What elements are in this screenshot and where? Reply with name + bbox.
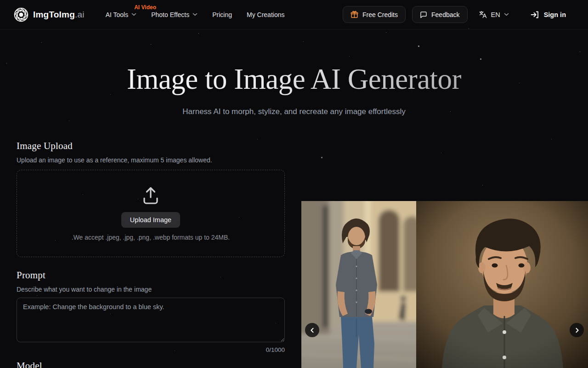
- swirl-logo-icon: [14, 7, 28, 22]
- prompt-heading: Prompt: [17, 270, 285, 281]
- main-navigation: AI Tools AI Video Photo Effects Pricing …: [106, 11, 285, 18]
- ai-video-badge: AI Video: [134, 4, 156, 11]
- prompt-input[interactable]: [17, 298, 285, 342]
- chevron-down-icon: [504, 13, 509, 16]
- page-subtitle: Harness AI to morph, stylize, and recrea…: [0, 107, 588, 116]
- brand-logo[interactable]: ImgToImg.ai: [14, 7, 85, 22]
- nav-label: AI Tools: [106, 11, 129, 18]
- prompt-block: Prompt Describe what you want to change …: [17, 270, 285, 353]
- language-selector[interactable]: EN: [474, 10, 514, 19]
- sign-in-label: Sign in: [544, 11, 566, 18]
- login-arrow-icon: [530, 10, 539, 19]
- page-title: Image to Image AI Generator: [0, 63, 588, 95]
- chevron-down-icon: [192, 13, 198, 16]
- nav-item-my-creations[interactable]: My Creations: [247, 11, 284, 18]
- language-code: EN: [491, 11, 500, 18]
- carousel-slide-portrait-photo: [416, 201, 588, 368]
- image-upload-heading: Image Upload: [17, 140, 285, 152]
- nav-label: My Creations: [247, 11, 284, 18]
- image-upload-description: Upload an image to use as a reference, m…: [17, 156, 285, 164]
- prompt-description: Describe what you want to change in the …: [17, 286, 285, 293]
- upload-icon: [141, 186, 160, 205]
- chevron-down-icon: [131, 13, 136, 16]
- brand-name: ImgToImg.ai: [33, 10, 85, 20]
- upload-dropzone[interactable]: Upload Image .We accept .jpeg, .jpg, .pn…: [17, 170, 285, 257]
- generator-form: Image Upload Upload an image to use as a…: [17, 140, 285, 368]
- nav-item-photo-effects[interactable]: AI Video Photo Effects: [151, 11, 198, 18]
- carousel-prev-button[interactable]: [305, 323, 319, 337]
- speech-bubble-icon: [420, 11, 427, 18]
- feedback-button[interactable]: Feedback: [412, 6, 467, 23]
- nav-label: Photo Effects: [151, 11, 189, 18]
- free-credits-label: Free Credits: [362, 11, 398, 18]
- nav-item-ai-tools[interactable]: AI Tools: [106, 11, 137, 18]
- carousel-next-button[interactable]: [570, 323, 584, 337]
- feedback-label: Feedback: [431, 11, 459, 18]
- chevron-left-icon: [310, 328, 315, 333]
- character-counter: 0/1000: [17, 346, 285, 353]
- header-actions: Free Credits Feedback EN: [343, 6, 574, 23]
- chevron-right-icon: [574, 328, 580, 333]
- free-credits-button[interactable]: Free Credits: [343, 6, 406, 23]
- upload-image-button[interactable]: Upload Image: [121, 212, 180, 228]
- gift-icon: [351, 11, 358, 18]
- example-carousel: [301, 201, 588, 368]
- accepted-formats-note: .We accept .jpeg, .jpg, .png, .webp form…: [72, 234, 230, 241]
- nav-label: Pricing: [212, 11, 232, 18]
- carousel-slide-street-photo: [301, 201, 416, 368]
- model-heading: Model: [17, 360, 285, 368]
- translate-icon: [479, 10, 487, 19]
- top-navbar: ImgToImg.ai AI Tools AI Video Photo Effe…: [0, 0, 588, 29]
- hero-section: Image to Image AI Generator Harness AI t…: [0, 63, 588, 116]
- nav-item-pricing[interactable]: Pricing: [212, 11, 232, 18]
- sign-in-button[interactable]: Sign in: [530, 10, 566, 19]
